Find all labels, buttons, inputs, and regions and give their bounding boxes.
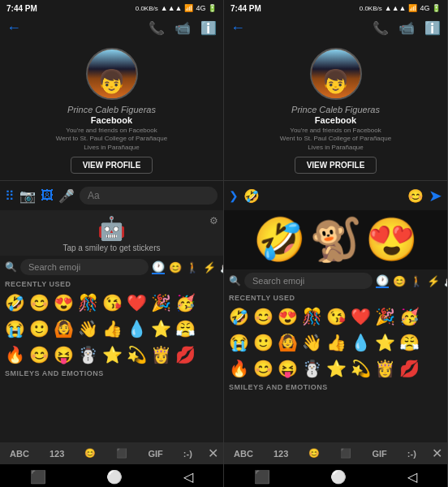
cat-activity-right[interactable]: ⚡ bbox=[427, 275, 440, 287]
kb-abc-right[interactable]: ABC bbox=[229, 446, 258, 461]
r-emoji-r3-1[interactable]: 🔥 bbox=[227, 357, 250, 380]
cat-activity-left[interactable]: ⚡ bbox=[203, 261, 216, 274]
cat-recent-right[interactable]: 🕐 bbox=[376, 274, 389, 288]
r-emoji-r3-5[interactable]: ⭐ bbox=[325, 357, 347, 380]
like-icon-right[interactable]: ➤ bbox=[429, 186, 442, 205]
r-emoji-6[interactable]: ❤️ bbox=[349, 305, 372, 328]
back-button-right[interactable]: ← bbox=[230, 19, 245, 37]
emoji-8-left[interactable]: 🥳 bbox=[174, 291, 196, 314]
kb-gif-left[interactable]: GIF bbox=[143, 446, 167, 461]
kb-abc-left[interactable]: ABC bbox=[5, 446, 34, 461]
r-emoji-r2-6[interactable]: 💧 bbox=[349, 331, 372, 354]
emoji-r2-8-left[interactable]: 😤 bbox=[174, 317, 196, 340]
emoji-r3-2-left[interactable]: 😊 bbox=[28, 343, 50, 366]
big-emoji-2-right[interactable]: 🐒 bbox=[309, 215, 362, 265]
r-emoji-1[interactable]: 🤣 bbox=[227, 305, 250, 328]
mic-icon-left[interactable]: 🎤 bbox=[58, 188, 75, 204]
emoji-r3-5-left[interactable]: ⭐ bbox=[101, 343, 123, 366]
r-emoji-4[interactable]: 🎊 bbox=[300, 305, 323, 328]
home-btn-right[interactable]: ⬛ bbox=[254, 469, 270, 485]
kb-backspace-right[interactable]: ✕ bbox=[432, 446, 442, 461]
kb-sticker-right[interactable]: ⬛ bbox=[335, 446, 356, 461]
chat-emoji-active-right[interactable]: 🤣 bbox=[243, 188, 260, 204]
phone-icon-left[interactable]: 📞 bbox=[149, 20, 165, 36]
emoji-2-left[interactable]: 😊 bbox=[28, 291, 50, 314]
emoji-r3-8-left[interactable]: 💋 bbox=[174, 343, 196, 366]
r-emoji-5[interactable]: 😘 bbox=[325, 305, 347, 328]
cat-recent-left[interactable]: 🕐 bbox=[152, 261, 165, 274]
back-btn-left[interactable]: ◁ bbox=[183, 469, 193, 485]
r-emoji-r2-2[interactable]: 🙂 bbox=[252, 331, 274, 354]
r-emoji-r2-7[interactable]: ⭐ bbox=[373, 331, 396, 354]
kb-emoji-right[interactable]: 😊 bbox=[304, 446, 325, 461]
kb-emoji-left[interactable]: 😊 bbox=[80, 446, 101, 461]
cat-food-right[interactable]: ☕ bbox=[444, 275, 448, 287]
kb-smileys-left[interactable]: :-) bbox=[179, 446, 197, 461]
big-emoji-3-right[interactable]: 😍 bbox=[365, 215, 418, 265]
emoji-r2-5-left[interactable]: 👍 bbox=[101, 317, 123, 340]
cat-people-left[interactable]: 🚶 bbox=[186, 261, 199, 274]
r-emoji-r2-4[interactable]: 👋 bbox=[300, 331, 323, 354]
chat-input-left[interactable] bbox=[80, 187, 218, 205]
view-profile-btn-left[interactable]: VIEW PROFILE bbox=[71, 157, 153, 174]
kb-smileys-right[interactable]: :-) bbox=[403, 446, 421, 461]
kb-backspace-left[interactable]: ✕ bbox=[208, 446, 218, 461]
r-emoji-2[interactable]: 😊 bbox=[252, 305, 274, 328]
settings-icon-left[interactable]: ⚙ bbox=[209, 215, 218, 226]
emoji-icon-right[interactable]: 😊 bbox=[407, 188, 424, 204]
back-btn-right[interactable]: ◁ bbox=[407, 469, 417, 485]
emoji-r2-4-left[interactable]: 👋 bbox=[76, 317, 99, 340]
emoji-search-input-left[interactable] bbox=[20, 259, 149, 275]
cat-people-right[interactable]: 🚶 bbox=[410, 275, 423, 287]
camera-icon-left[interactable]: 📷 bbox=[19, 188, 36, 204]
r-emoji-r2-3[interactable]: 🙆 bbox=[276, 331, 299, 354]
emoji-1-left[interactable]: 🤣 bbox=[3, 291, 26, 314]
r-emoji-r2-5[interactable]: 👍 bbox=[325, 331, 347, 354]
big-emoji-1-right[interactable]: 🤣 bbox=[253, 215, 306, 265]
emoji-r2-1-left[interactable]: 😭 bbox=[3, 317, 26, 340]
home-btn-left[interactable]: ⬛ bbox=[30, 469, 46, 485]
emoji-r3-7-left[interactable]: 👸 bbox=[149, 343, 172, 366]
back-button-left[interactable]: ← bbox=[6, 19, 21, 37]
video-icon-right[interactable]: 📹 bbox=[398, 20, 415, 36]
emoji-3-left[interactable]: 😍 bbox=[52, 291, 75, 314]
r-emoji-r2-8[interactable]: 😤 bbox=[398, 331, 420, 354]
emoji-4-left[interactable]: 🎊 bbox=[76, 291, 99, 314]
kb-123-right[interactable]: 123 bbox=[269, 446, 293, 461]
r-emoji-r3-3[interactable]: 😝 bbox=[276, 357, 299, 380]
emoji-r3-3-left[interactable]: 😝 bbox=[52, 343, 75, 366]
emoji-r3-1-left[interactable]: 🔥 bbox=[3, 343, 26, 366]
emoji-r3-6-left[interactable]: 💫 bbox=[125, 343, 148, 366]
cat-smiley-left[interactable]: 😊 bbox=[169, 261, 182, 274]
emoji-r2-2-left[interactable]: 🙂 bbox=[28, 317, 50, 340]
r-emoji-r3-6[interactable]: 💫 bbox=[349, 357, 372, 380]
view-profile-btn-right[interactable]: VIEW PROFILE bbox=[295, 157, 377, 174]
emoji-r2-3-left[interactable]: 🙆 bbox=[52, 317, 75, 340]
info-icon-left[interactable]: ℹ️ bbox=[200, 20, 217, 36]
circle-btn-left[interactable]: ⚪ bbox=[106, 469, 123, 485]
r-emoji-r3-8[interactable]: 💋 bbox=[398, 357, 420, 380]
image-icon-left[interactable]: 🖼 bbox=[41, 188, 54, 203]
r-emoji-r3-4[interactable]: ☃️ bbox=[300, 357, 323, 380]
emoji-search-input-right[interactable] bbox=[244, 273, 373, 289]
r-emoji-8[interactable]: 🥳 bbox=[398, 305, 420, 328]
info-icon-right[interactable]: ℹ️ bbox=[424, 20, 441, 36]
r-emoji-r2-1[interactable]: 😭 bbox=[227, 331, 250, 354]
r-emoji-3[interactable]: 😍 bbox=[276, 305, 299, 328]
emoji-r2-7-left[interactable]: ⭐ bbox=[149, 317, 172, 340]
cat-smiley-right[interactable]: 😊 bbox=[393, 275, 406, 287]
emoji-6-left[interactable]: ❤️ bbox=[125, 291, 148, 314]
emoji-7-left[interactable]: 🎉 bbox=[149, 291, 172, 314]
r-emoji-7[interactable]: 🎉 bbox=[373, 305, 396, 328]
emoji-5-left[interactable]: 😘 bbox=[101, 291, 123, 314]
emoji-r2-6-left[interactable]: 💧 bbox=[125, 317, 148, 340]
chevron-right-icon[interactable]: ❯ bbox=[229, 189, 239, 202]
kb-gif-right[interactable]: GIF bbox=[367, 446, 391, 461]
phone-icon-right[interactable]: 📞 bbox=[373, 20, 389, 36]
circle-btn-right[interactable]: ⚪ bbox=[330, 469, 347, 485]
kb-123-left[interactable]: 123 bbox=[45, 446, 69, 461]
video-icon-left[interactable]: 📹 bbox=[174, 20, 191, 36]
kb-sticker-left[interactable]: ⬛ bbox=[111, 446, 132, 461]
grid-icon-left[interactable]: ⠿ bbox=[5, 188, 15, 204]
r-emoji-r3-7[interactable]: 👸 bbox=[373, 357, 396, 380]
